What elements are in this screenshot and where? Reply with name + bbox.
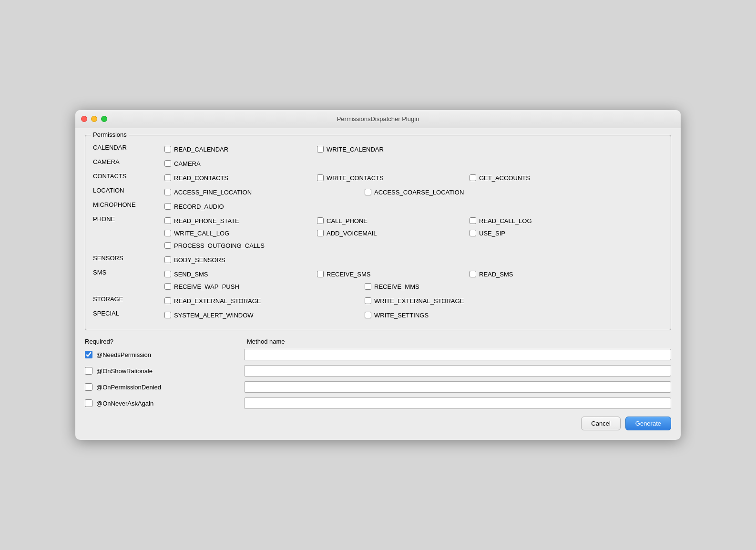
checkbox-on-permission-denied[interactable] [85, 383, 92, 391]
window-title: PermissionsDispatcher Plugin [337, 115, 419, 122]
checkbox-receive-wap-push[interactable] [164, 283, 171, 290]
label-use-sip[interactable]: USE_SIP [479, 230, 505, 237]
perm-option-send-sms: SEND_SMS [164, 268, 317, 280]
perm-option-read-contacts: READ_CONTACTS [164, 172, 317, 184]
label-write-call-log[interactable]: WRITE_CALL_LOG [174, 230, 229, 237]
input-on-permission-denied-method[interactable] [244, 381, 671, 393]
perm-option-process-outgoing-calls: PROCESS_OUTGOING_CALLS [164, 239, 365, 252]
close-button[interactable] [81, 116, 87, 122]
checkbox-needs-permission[interactable] [85, 351, 92, 358]
checkbox-use-sip[interactable] [470, 230, 476, 236]
checkbox-read-call-log[interactable] [470, 217, 476, 224]
checkbox-write-call-log[interactable] [164, 230, 171, 236]
method-header: Method name [247, 338, 671, 345]
perm-option-coarse-location: ACCESS_COARSE_LOCATION [365, 186, 565, 198]
perm-option-receive-mms: RECEIVE_MMS [365, 280, 517, 293]
label-camera[interactable]: CAMERA [174, 160, 201, 167]
checkbox-write-contacts[interactable] [317, 174, 324, 181]
cancel-button[interactable]: Cancel [581, 417, 620, 430]
checkbox-camera[interactable] [164, 160, 171, 167]
checkbox-read-sms[interactable] [470, 271, 476, 277]
button-row: Cancel Generate [85, 417, 671, 430]
checkbox-read-external-storage[interactable] [164, 297, 171, 304]
label-read-calendar[interactable]: READ_CALENDAR [174, 146, 228, 153]
checkbox-body-sensors[interactable] [164, 256, 171, 263]
bottom-section: Required? Method name @NeedsPermission @… [85, 338, 671, 430]
label-receive-mms[interactable]: RECEIVE_MMS [374, 283, 419, 290]
label-read-contacts[interactable]: READ_CONTACTS [174, 174, 228, 182]
perm-options-special: SYSTEM_ALERT_WINDOW WRITE_SETTINGS [164, 309, 663, 321]
input-on-never-ask-again-method[interactable] [244, 397, 671, 409]
checkbox-write-settings[interactable] [365, 312, 371, 318]
perm-option-read-phone-state: READ_PHONE_STATE [164, 214, 317, 227]
checkbox-access-fine-location[interactable] [164, 189, 171, 195]
checkbox-write-calendar[interactable] [317, 146, 324, 153]
checkbox-process-outgoing-calls[interactable] [164, 242, 171, 249]
perm-option-read-call-log: READ_CALL_LOG [470, 214, 622, 227]
label-send-sms[interactable]: SEND_SMS [174, 271, 208, 278]
checkbox-system-alert-window[interactable] [164, 312, 171, 318]
perm-category-special: SPECIAL [93, 309, 164, 317]
perm-option-body-sensors: BODY_SENSORS [164, 254, 317, 266]
label-body-sensors[interactable]: BODY_SENSORS [174, 256, 225, 264]
perm-options-storage: READ_EXTERNAL_STORAGE WRITE_EXTERNAL_STO… [164, 295, 663, 307]
checkbox-call-phone[interactable] [317, 217, 324, 224]
perm-options-microphone: RECORD_AUDIO [164, 200, 663, 213]
maximize-button[interactable] [101, 116, 107, 122]
label-write-contacts[interactable]: WRITE_CONTACTS [327, 174, 384, 182]
checkbox-read-contacts[interactable] [164, 174, 171, 181]
checkbox-get-accounts[interactable] [470, 174, 476, 181]
bottom-header: Required? Method name [85, 338, 671, 345]
label-read-phone-state[interactable]: READ_PHONE_STATE [174, 217, 239, 224]
input-on-show-rationale-method[interactable] [244, 365, 671, 377]
checkbox-on-never-ask-again[interactable] [85, 399, 92, 407]
perm-category-calendar: CALENDAR [93, 143, 164, 151]
checkbox-access-coarse-location[interactable] [365, 189, 371, 195]
checkbox-on-show-rationale[interactable] [85, 367, 92, 375]
minimize-button[interactable] [91, 116, 97, 122]
label-access-coarse-location[interactable]: ACCESS_COARSE_LOCATION [374, 189, 464, 196]
label-record-audio[interactable]: RECORD_AUDIO [174, 203, 224, 210]
label-get-accounts[interactable]: GET_ACCOUNTS [479, 174, 530, 182]
label-receive-sms[interactable]: RECEIVE_SMS [327, 271, 370, 278]
label-read-sms[interactable]: READ_SMS [479, 271, 513, 278]
input-needs-permission-method[interactable] [244, 349, 671, 360]
perm-options-contacts: READ_CONTACTS WRITE_CONTACTS GET_ACCOUNT… [164, 172, 663, 184]
perm-option-get-accounts: GET_ACCOUNTS [470, 172, 622, 184]
checkbox-write-external-storage[interactable] [365, 297, 371, 304]
perm-option-record-audio: RECORD_AUDIO [164, 200, 317, 213]
checkbox-read-calendar[interactable] [164, 146, 171, 153]
perm-row-contacts: CONTACTS READ_CONTACTS WRITE_CONTACTS GE… [93, 171, 663, 185]
checkbox-receive-sms[interactable] [317, 271, 324, 277]
label-call-phone[interactable]: CALL_PHONE [327, 217, 368, 224]
perm-option-receive-sms: RECEIVE_SMS [317, 268, 470, 280]
label-needs-permission[interactable]: @NeedsPermission [96, 351, 244, 358]
titlebar: PermissionsDispatcher Plugin [75, 110, 681, 128]
generate-button[interactable]: Generate [625, 417, 671, 430]
perm-option-add-voicemail: ADD_VOICEMAIL [317, 227, 470, 239]
label-write-external-storage[interactable]: WRITE_EXTERNAL_STORAGE [374, 297, 464, 305]
perm-row-microphone: MICROPHONE RECORD_AUDIO [93, 199, 663, 214]
perm-row-camera: CAMERA CAMERA [93, 156, 663, 171]
label-on-never-ask-again[interactable]: @OnNeverAskAgain [96, 400, 244, 407]
label-process-outgoing-calls[interactable]: PROCESS_OUTGOING_CALLS [174, 242, 265, 249]
label-write-calendar[interactable]: WRITE_CALENDAR [327, 146, 384, 153]
label-on-show-rationale[interactable]: @OnShowRationale [96, 367, 244, 375]
label-read-external-storage[interactable]: READ_EXTERNAL_STORAGE [174, 297, 261, 305]
checkbox-record-audio[interactable] [164, 203, 171, 210]
label-on-permission-denied[interactable]: @OnPermissionDenied [96, 384, 244, 391]
annotation-row-on-show-rationale: @OnShowRationale [85, 365, 671, 377]
label-add-voicemail[interactable]: ADD_VOICEMAIL [327, 230, 377, 237]
perm-category-microphone: MICROPHONE [93, 200, 164, 208]
checkbox-read-phone-state[interactable] [164, 217, 171, 224]
checkbox-add-voicemail[interactable] [317, 230, 324, 236]
checkbox-send-sms[interactable] [164, 271, 171, 277]
label-read-call-log[interactable]: READ_CALL_LOG [479, 217, 532, 224]
label-write-settings[interactable]: WRITE_SETTINGS [374, 312, 429, 319]
perm-category-contacts: CONTACTS [93, 172, 164, 180]
checkbox-receive-mms[interactable] [365, 283, 371, 290]
perm-category-location: LOCATION [93, 186, 164, 194]
label-system-alert-window[interactable]: SYSTEM_ALERT_WINDOW [174, 312, 254, 319]
label-access-fine-location[interactable]: ACCESS_FINE_LOCATION [174, 189, 252, 196]
label-receive-wap-push[interactable]: RECEIVE_WAP_PUSH [174, 283, 239, 290]
